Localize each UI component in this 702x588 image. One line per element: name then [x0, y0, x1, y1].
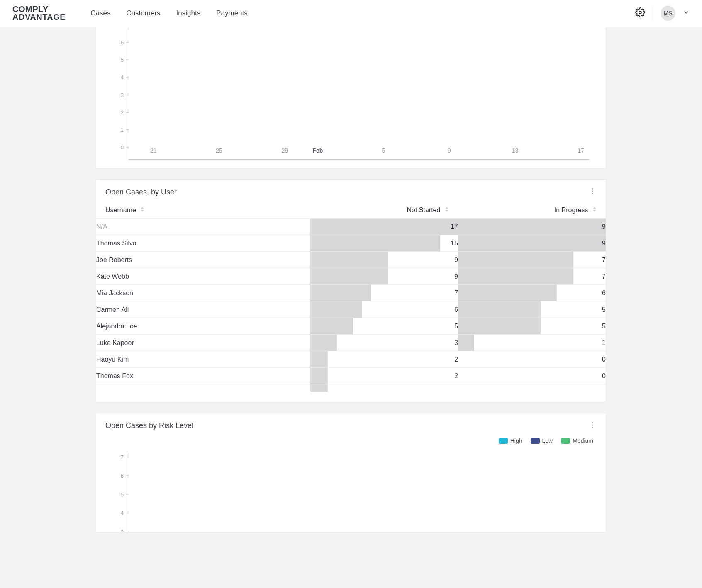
nav-insights[interactable]: Insights — [176, 9, 201, 17]
col-in-progress[interactable]: In Progress — [458, 202, 606, 219]
avatar-initials: MS — [664, 10, 673, 17]
cell-not-started: 9 — [310, 268, 458, 285]
x-tick-label: 21 — [145, 147, 162, 159]
y-tick-label: 4 — [117, 74, 124, 80]
cell-in-progress: 9 — [458, 235, 606, 252]
y-tick-label: 4 — [117, 510, 124, 516]
table-row[interactable]: Joe Roberts97 — [96, 252, 606, 268]
svg-point-4 — [592, 422, 593, 423]
svg-point-5 — [592, 424, 593, 425]
svg-point-1 — [592, 188, 593, 190]
cell-not-started: 7 — [310, 285, 458, 301]
chart-legend: HighLowMedium — [96, 433, 606, 447]
legend-item: High — [499, 437, 522, 444]
chart-y-axis: 34567 — [109, 453, 129, 532]
cell-in-progress: 5 — [458, 301, 606, 318]
primary-nav: Cases Customers Insights Payments — [90, 9, 248, 17]
nav-customers[interactable]: Customers — [126, 9, 160, 17]
brand-logo: COMPLY ADVANTAGE — [12, 5, 66, 21]
y-tick-label: 2 — [117, 109, 124, 115]
chevron-down-icon[interactable] — [683, 9, 690, 17]
table-row[interactable]: Carmen Ali65 — [96, 301, 606, 318]
nav-cases[interactable]: Cases — [90, 9, 110, 17]
legend-item: Low — [531, 437, 553, 444]
legend-item: Medium — [561, 437, 593, 444]
brand-line-2: ADVANTAGE — [12, 13, 66, 21]
x-tick-label: 25 — [211, 147, 227, 159]
table-row[interactable]: Mia Jackson76 — [96, 285, 606, 301]
svg-point-6 — [592, 427, 593, 428]
cell-in-progress: 5 — [458, 318, 606, 335]
cell-in-progress: 0 — [458, 368, 606, 384]
x-tick-label: 17 — [573, 147, 589, 159]
table-row[interactable]: Thomas Silva159 — [96, 235, 606, 252]
x-tick-label: 5 — [375, 147, 392, 159]
svg-point-2 — [592, 191, 593, 192]
x-tick-label: 9 — [441, 147, 458, 159]
card-top-chart: 0123456 212529Feb591317 — [96, 27, 606, 168]
table-row[interactable]: Thomas Fox20 — [96, 368, 606, 384]
table-row[interactable]: Kate Webb97 — [96, 268, 606, 285]
x-tick-label: 13 — [507, 147, 524, 159]
col-not-started[interactable]: Not Started — [310, 202, 458, 219]
col-username[interactable]: Username — [96, 202, 310, 219]
cell-not-started: 3 — [310, 335, 458, 351]
cell-username: Haoyu Kim — [96, 351, 310, 368]
cell-username: N/A — [96, 219, 310, 235]
cell-username: Joe Roberts — [96, 252, 310, 268]
y-tick-label: 0 — [117, 144, 124, 151]
open-cases-table: Username Not Started In Progress — [96, 202, 606, 392]
cell-not-started: 5 — [310, 318, 458, 335]
cell-in-progress: 1 — [458, 335, 606, 351]
x-tick-label: Feb — [310, 147, 326, 159]
cell-in-progress: 7 — [458, 268, 606, 285]
cell-username: Thomas Fox — [96, 368, 310, 384]
table-row[interactable]: Luke Kapoor31 — [96, 335, 606, 351]
y-tick-label: 3 — [117, 92, 124, 98]
cell-not-started: 9 — [310, 252, 458, 268]
cell-username: Mia Jackson — [96, 285, 310, 301]
card-open-cases-by-risk: Open Cases by Risk Level HighLowMedium 3… — [96, 413, 606, 532]
y-tick-label: 5 — [117, 57, 124, 63]
cell-in-progress: 7 — [458, 252, 606, 268]
cell-not-started: 15 — [310, 235, 458, 252]
svg-point-0 — [639, 11, 641, 14]
sort-icon — [592, 206, 597, 214]
cell-not-started: 2 — [310, 368, 458, 384]
card-open-cases-by-user: Open Cases, by User Username — [96, 179, 606, 402]
cell-not-started: 17 — [310, 219, 458, 235]
cell-username: Thomas Silva — [96, 235, 310, 252]
table-row[interactable]: Haoyu Kim20 — [96, 351, 606, 368]
chart-plot-area — [129, 27, 589, 160]
sort-icon — [445, 206, 449, 214]
y-tick-label: 1 — [117, 126, 124, 133]
chart-plot-area — [129, 453, 589, 532]
chart-x-axis: 212529Feb591317 — [129, 147, 589, 159]
table-row[interactable]: Alejandra Loe55 — [96, 318, 606, 335]
avatar[interactable]: MS — [661, 6, 675, 21]
nav-separator — [653, 6, 653, 21]
cell-in-progress: 0 — [458, 351, 606, 368]
cell-not-started: 2 — [310, 351, 458, 368]
y-tick-label: 6 — [117, 39, 124, 46]
nav-payments[interactable]: Payments — [216, 9, 248, 17]
chart-y-axis: 0123456 — [109, 34, 129, 147]
kebab-menu-icon[interactable] — [588, 187, 597, 197]
cell-not-started: 6 — [310, 301, 458, 318]
card-title: Open Cases, by User — [105, 188, 177, 197]
sort-icon — [140, 206, 144, 214]
top-nav: COMPLY ADVANTAGE Cases Customers Insight… — [0, 0, 702, 27]
cell-in-progress: 6 — [458, 285, 606, 301]
y-tick-label: 5 — [117, 491, 124, 498]
cell-in-progress: 9 — [458, 219, 606, 235]
y-tick-label: 7 — [117, 454, 124, 460]
card-title: Open Cases by Risk Level — [105, 421, 193, 430]
kebab-menu-icon[interactable] — [588, 421, 597, 431]
gear-icon[interactable] — [635, 7, 645, 19]
y-tick-label: 6 — [117, 472, 124, 479]
cell-username: Carmen Ali — [96, 301, 310, 318]
table-row[interactable]: N/A179 — [96, 219, 606, 235]
y-tick-label: 3 — [117, 529, 124, 532]
svg-point-3 — [592, 193, 593, 194]
cell-username: Luke Kapoor — [96, 335, 310, 351]
